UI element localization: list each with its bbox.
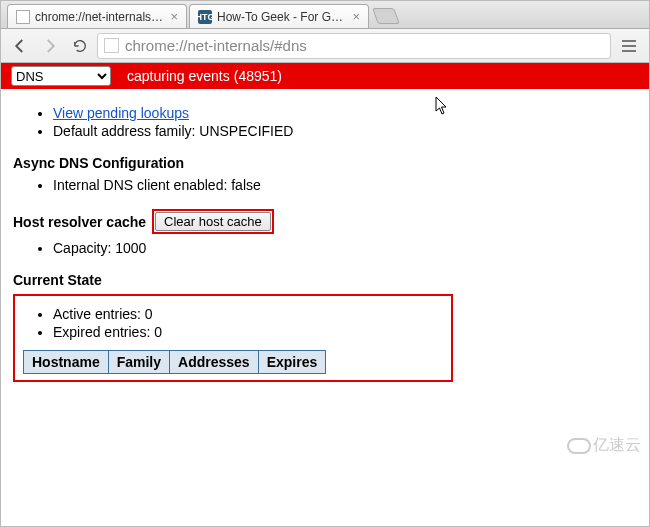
address-bar[interactable]: chrome://net-internals/#dns: [97, 33, 611, 59]
list-item: View pending lookups: [53, 105, 637, 121]
expired-entries-label: Expired entries:: [53, 324, 154, 340]
current-state-highlight: Active entries: 0 Expired entries: 0 Hos…: [13, 294, 453, 382]
reload-button[interactable]: [67, 33, 93, 59]
clear-host-cache-button[interactable]: Clear host cache: [155, 212, 271, 231]
current-state-list: Active entries: 0 Expired entries: 0: [23, 306, 443, 340]
back-button[interactable]: [7, 33, 33, 59]
host-cache-list: Capacity: 1000: [13, 240, 637, 256]
list-item: Expired entries: 0: [53, 324, 443, 340]
browser-tab[interactable]: HTG How-To Geek - For Geeks, ×: [189, 4, 369, 28]
hamburger-icon: [622, 45, 636, 47]
tab-favicon-htg: HTG: [198, 10, 212, 24]
capture-status-bar: DNS capturing events (48951): [1, 63, 649, 89]
list-item: Default address family: UNSPECIFIED: [53, 123, 637, 139]
list-item: Active entries: 0: [53, 306, 443, 322]
chrome-menu-button[interactable]: [615, 33, 643, 59]
col-expires: Expires: [258, 351, 326, 374]
col-hostname: Hostname: [24, 351, 109, 374]
forward-button[interactable]: [37, 33, 63, 59]
internal-client-value: false: [231, 177, 261, 193]
tab-close-icon[interactable]: ×: [352, 10, 360, 23]
section-dropdown[interactable]: DNS: [11, 66, 111, 86]
pending-lookups-link[interactable]: View pending lookups: [53, 105, 189, 121]
internal-client-label: Internal DNS client enabled:: [53, 177, 231, 193]
watermark: 亿速云: [567, 435, 641, 456]
expired-entries-value: 0: [154, 324, 162, 340]
current-state-heading: Current State: [13, 272, 637, 288]
capture-status-text: capturing events: [127, 68, 230, 84]
address-bar-url: chrome://net-internals/#dns: [125, 37, 307, 54]
col-addresses: Addresses: [170, 351, 259, 374]
top-list: View pending lookups Default address fam…: [13, 105, 637, 139]
default-family-label: Default address family:: [53, 123, 199, 139]
table-header-row: Hostname Family Addresses Expires: [24, 351, 326, 374]
active-entries-label: Active entries:: [53, 306, 145, 322]
page-icon: [104, 38, 119, 53]
default-family-value: UNSPECIFIED: [199, 123, 293, 139]
list-item: Capacity: 1000: [53, 240, 637, 256]
list-item: Internal DNS client enabled: false: [53, 177, 637, 193]
host-cache-heading: Host resolver cache: [13, 214, 146, 230]
async-dns-list: Internal DNS client enabled: false: [13, 177, 637, 193]
async-dns-heading: Async DNS Configuration: [13, 155, 637, 171]
page-content: View pending lookups Default address fam…: [1, 89, 649, 392]
capacity-label: Capacity:: [53, 240, 115, 256]
browser-tab-active[interactable]: chrome://net-internals/#d ×: [7, 4, 187, 28]
tab-close-icon[interactable]: ×: [170, 10, 178, 23]
tab-title: How-To Geek - For Geeks,: [217, 10, 346, 24]
new-tab-button[interactable]: [372, 8, 400, 24]
capacity-value: 1000: [115, 240, 146, 256]
tab-favicon-default: [16, 10, 30, 24]
capture-event-count: (48951): [234, 68, 282, 84]
cloud-icon: [567, 438, 591, 454]
tab-title: chrome://net-internals/#d: [35, 10, 164, 24]
watermark-text: 亿速云: [593, 435, 641, 456]
cache-table: Hostname Family Addresses Expires: [23, 350, 326, 374]
browser-tab-strip: chrome://net-internals/#d × HTG How-To G…: [1, 1, 649, 29]
active-entries-value: 0: [145, 306, 153, 322]
clear-cache-highlight: Clear host cache: [152, 209, 274, 234]
browser-toolbar: chrome://net-internals/#dns: [1, 29, 649, 63]
col-family: Family: [108, 351, 169, 374]
